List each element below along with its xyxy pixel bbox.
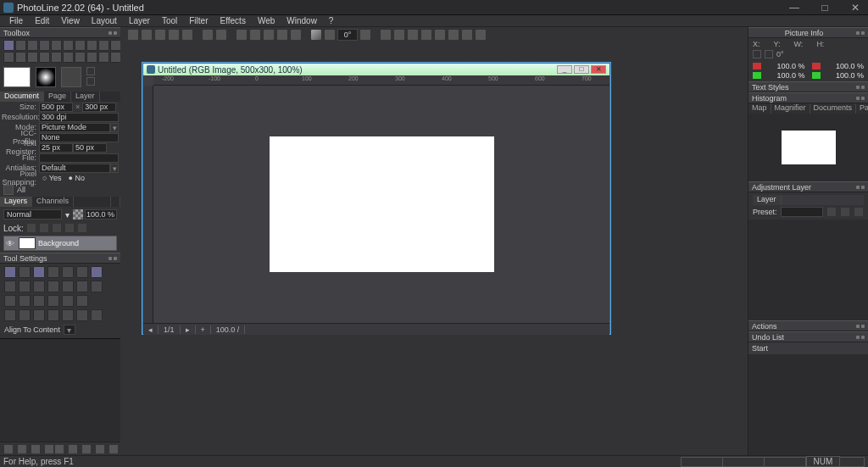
toolbar-flip-icon[interactable]: [290, 29, 302, 41]
document-titlebar[interactable]: Untitled (RGB Image, 500x300, 100%) _ □ …: [143, 64, 609, 75]
lock-position-icon[interactable]: [39, 223, 49, 233]
tab-document[interactable]: Document: [0, 92, 44, 102]
ts-mode3-icon[interactable]: [33, 266, 45, 278]
lbt-icon4[interactable]: [44, 444, 54, 454]
doc-page-indicator[interactable]: 1/1: [159, 325, 181, 334]
menu-effects[interactable]: Effects: [214, 16, 252, 25]
ts-dist1-icon[interactable]: [4, 295, 16, 307]
toolbar-angle-field[interactable]: 0°: [337, 29, 358, 41]
menu-tool[interactable]: Tool: [156, 16, 183, 25]
menu-web[interactable]: Web: [252, 16, 281, 25]
undo-list-title[interactable]: Undo List: [748, 331, 868, 342]
toolbar-fx3-icon[interactable]: [407, 29, 419, 41]
doc-add-page-button[interactable]: +: [196, 325, 211, 334]
snap-no-radio[interactable]: No: [68, 174, 84, 182]
doc-next-page-button[interactable]: ▸: [181, 325, 196, 334]
tool-heal-icon[interactable]: [15, 52, 26, 63]
resolution-field[interactable]: 300 dpi: [39, 113, 119, 122]
menu-file[interactable]: File: [3, 16, 29, 25]
tool-move-icon[interactable]: [3, 40, 14, 51]
toolbar-open-icon[interactable]: [141, 29, 153, 41]
tool-smudge-icon[interactable]: [27, 52, 38, 63]
align-to-chevron-icon[interactable]: ▾: [64, 325, 75, 335]
tool-blur-icon[interactable]: [39, 52, 50, 63]
tab-documents[interactable]: Documents: [810, 103, 857, 114]
ts-align5-icon[interactable]: [62, 281, 74, 292]
mode-dropdown[interactable]: Picture Mode: [39, 123, 110, 132]
ts-mode6-icon[interactable]: [76, 266, 88, 278]
layer-visibility-icon[interactable]: 👁: [4, 239, 16, 248]
menu-layer[interactable]: Layer: [123, 16, 156, 25]
ts-space4-icon[interactable]: [47, 309, 59, 321]
tool-pen-icon[interactable]: [75, 40, 86, 51]
ts-align7-icon[interactable]: [91, 281, 103, 292]
lbt-new-icon[interactable]: [54, 444, 64, 454]
lbt-icon3[interactable]: [31, 444, 41, 454]
default-colors-icon[interactable]: [86, 77, 95, 86]
toolbar-fx6-icon[interactable]: [448, 29, 459, 41]
toolbar-paste-icon[interactable]: [263, 29, 275, 41]
swap-colors-icon[interactable]: [86, 67, 95, 75]
toolbar-copy-icon[interactable]: [249, 29, 261, 41]
toolbar-fx5-icon[interactable]: [434, 29, 446, 41]
antialias-dropdown[interactable]: Default: [39, 164, 110, 173]
tab-page[interactable]: Page: [44, 92, 71, 102]
register-y-field[interactable]: 50 px: [73, 143, 107, 153]
toolbar-gradient-icon[interactable]: [310, 29, 322, 41]
height-field[interactable]: 300 px: [82, 103, 116, 112]
toolbar-fx8-icon[interactable]: [475, 29, 487, 41]
browser-home-icon[interactable]: [3, 185, 14, 195]
ts-dist2-icon[interactable]: [19, 295, 31, 307]
antialias-chevron-icon[interactable]: ▾: [110, 164, 119, 173]
menu-window[interactable]: Window: [281, 16, 323, 25]
toolbar-redo-icon[interactable]: [215, 29, 227, 41]
ts-dist6-icon[interactable]: [76, 295, 88, 307]
adj-layer-tab[interactable]: Layer: [753, 195, 782, 205]
ts-space3-icon[interactable]: [33, 309, 45, 321]
doc-close-button[interactable]: ✕: [591, 65, 606, 74]
ts-mode2-icon[interactable]: [19, 266, 31, 278]
menu-layout[interactable]: Layout: [86, 16, 123, 25]
toolbar-fx7-icon[interactable]: [461, 29, 473, 41]
layer-thumbnail[interactable]: [19, 237, 36, 249]
toolbar-target-icon[interactable]: [359, 29, 371, 41]
tool-text-icon[interactable]: [63, 40, 74, 51]
lbt-icon1[interactable]: [3, 444, 14, 454]
tab-magnifier[interactable]: Magnifier: [771, 103, 810, 114]
ts-align4-icon[interactable]: [47, 281, 59, 292]
blend-chevron-icon[interactable]: ▾: [65, 210, 70, 220]
ts-mode4-icon[interactable]: [47, 266, 59, 278]
maximize-button[interactable]: □: [815, 2, 834, 14]
menu-edit[interactable]: Edit: [29, 16, 55, 25]
preset-apply-icon[interactable]: [826, 207, 837, 217]
ts-space2-icon[interactable]: [19, 309, 31, 321]
navigator-preview[interactable]: [748, 114, 868, 181]
ts-align2-icon[interactable]: [19, 281, 31, 292]
angle-mode1-icon[interactable]: [753, 50, 761, 58]
opacity-field[interactable]: 100.0 %: [85, 209, 117, 220]
ts-align1-icon[interactable]: [4, 281, 16, 292]
toolbar-new-icon[interactable]: [127, 29, 139, 41]
tool-zoom-icon[interactable]: [110, 52, 120, 63]
doc-zoom-field[interactable]: 100.0 /: [211, 325, 246, 334]
register-x-field[interactable]: 25 px: [39, 143, 73, 153]
canvas-viewport[interactable]: [153, 86, 609, 323]
tab-pages[interactable]: Pages: [856, 103, 868, 114]
menu-view[interactable]: View: [55, 16, 86, 25]
horizontal-ruler[interactable]: -200 -100 0 100 200 300 400 500 600 700: [153, 75, 609, 86]
ts-mode7-icon[interactable]: [91, 266, 103, 278]
ts-dist3-icon[interactable]: [33, 295, 45, 307]
tool-crop-icon[interactable]: [51, 40, 62, 51]
tool-wand-icon[interactable]: [39, 40, 50, 51]
ts-space5-icon[interactable]: [62, 309, 74, 321]
lock-pixels-icon[interactable]: [26, 223, 36, 233]
browser-filter[interactable]: All: [17, 186, 117, 194]
ts-dist5-icon[interactable]: [62, 295, 74, 307]
toolbar-rotate-icon[interactable]: [276, 29, 288, 41]
toolbar-cut-icon[interactable]: [236, 29, 248, 41]
preset-add-icon[interactable]: [840, 207, 850, 217]
tab-layers[interactable]: Layers: [0, 197, 32, 207]
lbt-mask-icon[interactable]: [81, 444, 92, 454]
menu-help[interactable]: ?: [323, 16, 340, 25]
ts-space6-icon[interactable]: [76, 309, 88, 321]
